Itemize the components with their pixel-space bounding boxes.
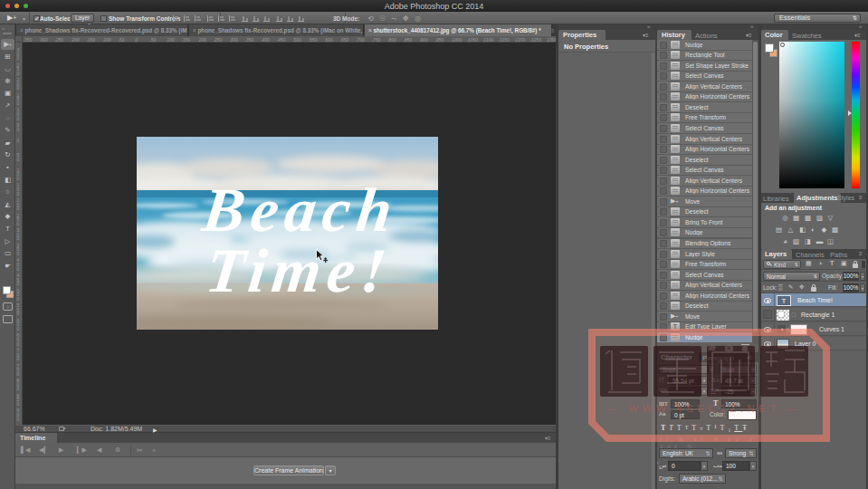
svg-text:Beach: Beach bbox=[198, 175, 403, 244]
svg-text:Time!: Time! bbox=[203, 235, 396, 305]
